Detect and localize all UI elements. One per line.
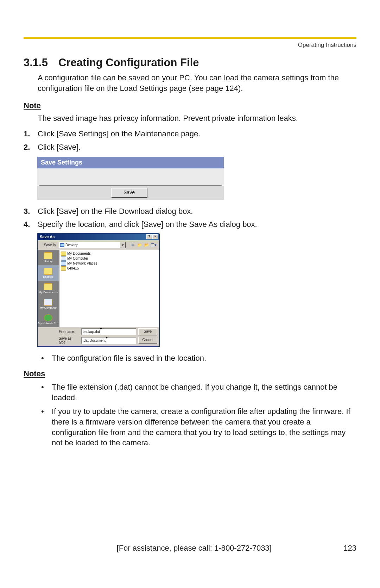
- history-icon: [44, 252, 52, 259]
- network-icon: [61, 261, 66, 266]
- filename-value: backup.dat: [83, 330, 100, 334]
- new-folder-icon[interactable]: 📂: [144, 242, 150, 248]
- page-number: 123: [343, 544, 356, 553]
- page-footer: [For assistance, please call: 1-800-272-…: [24, 544, 356, 553]
- dialog-title: Save As: [40, 235, 55, 239]
- place-label: History: [44, 260, 53, 263]
- up-icon[interactable]: 📁: [137, 242, 143, 248]
- assistance-text: [For assistance, please call: 1-800-272-…: [45, 544, 343, 553]
- desktop-icon: [60, 243, 64, 247]
- saveastype-value: .dat Document: [83, 339, 106, 342]
- intro-paragraph: A configuration file can be saved on you…: [38, 73, 356, 93]
- panel-body: [37, 168, 224, 185]
- save-in-dropdown[interactable]: Desktop: [59, 242, 126, 248]
- saveastype-label: Save as type:: [59, 336, 79, 344]
- chevron-down-icon[interactable]: [100, 328, 102, 334]
- panel-button-row: Save: [37, 186, 224, 200]
- file-list[interactable]: My Documents My Computer My Network Plac…: [59, 250, 159, 327]
- notes-heading: Notes: [24, 369, 356, 378]
- desktop-icon: [44, 268, 52, 275]
- save-button[interactable]: Save: [111, 188, 147, 197]
- step-item: 2. Click [Save].: [24, 142, 356, 153]
- header-rule: [24, 37, 356, 39]
- toolbar-icons: ⇦ 📁 📂 ☰▾: [129, 242, 157, 248]
- section-title: 3.1.5 Creating Configuration File: [12, 56, 356, 69]
- save-in-label: Save in:: [40, 243, 57, 247]
- file-name: 040415: [67, 266, 79, 270]
- step-text: Click [Save].: [38, 142, 356, 153]
- saveastype-dropdown[interactable]: .dat Document: [81, 337, 136, 344]
- list-item[interactable]: My Computer: [61, 256, 157, 261]
- place-label: Desktop: [43, 275, 53, 278]
- folder-icon: [61, 252, 66, 256]
- place-mycomputer[interactable]: My Computer: [38, 296, 59, 312]
- bullet-item: The configuration file is saved in the l…: [41, 353, 356, 364]
- step-text: Specify the location, and click [Save] o…: [38, 219, 356, 230]
- list-item[interactable]: 040415: [61, 266, 157, 271]
- dialog-titlebar: Save As ? ×: [38, 234, 159, 240]
- chevron-down-icon[interactable]: [106, 337, 108, 342]
- step-item: 1. Click [Save Settings] on the Maintena…: [24, 129, 356, 139]
- bullet-text: The configuration file is saved in the l…: [52, 353, 356, 364]
- step-item: 4. Specify the location, and click [Save…: [24, 219, 356, 230]
- section-heading: Creating Configuration File: [58, 56, 199, 69]
- step-number: 3.: [24, 206, 38, 217]
- note-heading: Note: [24, 101, 356, 110]
- dialog-cancel-button[interactable]: Cancel: [138, 337, 157, 344]
- list-item[interactable]: My Network Places: [61, 261, 157, 266]
- step-number: 4.: [24, 219, 38, 230]
- save-settings-panel: Save Settings Save: [37, 157, 224, 200]
- computer-icon: [61, 256, 66, 261]
- place-mynetwork[interactable]: My Network P…: [38, 312, 59, 327]
- computer-icon: [44, 299, 52, 306]
- place-label: My Documents: [39, 291, 57, 294]
- section-number: 3.1.5: [24, 56, 48, 69]
- note-text: The saved image has privacy information.…: [38, 114, 356, 123]
- chevron-down-icon[interactable]: [120, 242, 126, 248]
- bullet-text: The file extension (.dat) cannot be chan…: [52, 382, 356, 403]
- places-bar: History Desktop My Documents My Computer…: [38, 250, 59, 327]
- step-number: 2.: [24, 142, 38, 153]
- view-menu-icon[interactable]: ☰▾: [151, 242, 157, 248]
- step-item: 3. Click [Save] on the File Download dia…: [24, 206, 356, 217]
- manual-page: Operating Instructions 3.1.5 Creating Co…: [0, 0, 380, 588]
- save-in-row: Save in: Desktop ⇦ 📁 📂 ☰▾: [38, 240, 159, 250]
- list-item[interactable]: My Documents: [61, 251, 157, 256]
- save-in-value: Desktop: [65, 243, 78, 247]
- filename-input[interactable]: backup.dat: [81, 328, 136, 335]
- step-number: 1.: [24, 129, 38, 139]
- save-as-dialog: Save As ? × Save in: Desktop ⇦ 📁 📂 ☰▾: [37, 233, 159, 347]
- step-text: Click [Save Settings] on the Maintenance…: [38, 129, 356, 139]
- running-head: Operating Instructions: [24, 42, 356, 49]
- place-mydocuments[interactable]: My Documents: [38, 281, 59, 296]
- bullet-text: If you try to update the camera, create …: [52, 406, 356, 448]
- place-label: My Computer: [40, 306, 57, 309]
- help-icon[interactable]: ?: [146, 234, 152, 239]
- file-name: My Computer: [67, 256, 88, 260]
- file-name: My Network Places: [67, 261, 97, 265]
- bullet-item: If you try to update the camera, create …: [41, 406, 356, 448]
- close-icon[interactable]: ×: [152, 234, 158, 239]
- place-label: My Network P…: [38, 322, 58, 325]
- folder-icon: [44, 283, 52, 290]
- place-history[interactable]: History: [38, 250, 59, 265]
- network-icon: [44, 314, 52, 321]
- folder-icon: [61, 266, 66, 271]
- step-text: Click [Save] on the File Download dialog…: [38, 206, 356, 217]
- dialog-save-button[interactable]: Save: [138, 328, 157, 335]
- bullet-item: The file extension (.dat) cannot be chan…: [41, 382, 356, 403]
- back-icon[interactable]: ⇦: [129, 242, 136, 248]
- place-desktop[interactable]: Desktop: [38, 265, 59, 281]
- file-name: My Documents: [67, 252, 91, 255]
- filename-label: File name:: [59, 330, 79, 334]
- panel-titlebar: Save Settings: [37, 157, 224, 168]
